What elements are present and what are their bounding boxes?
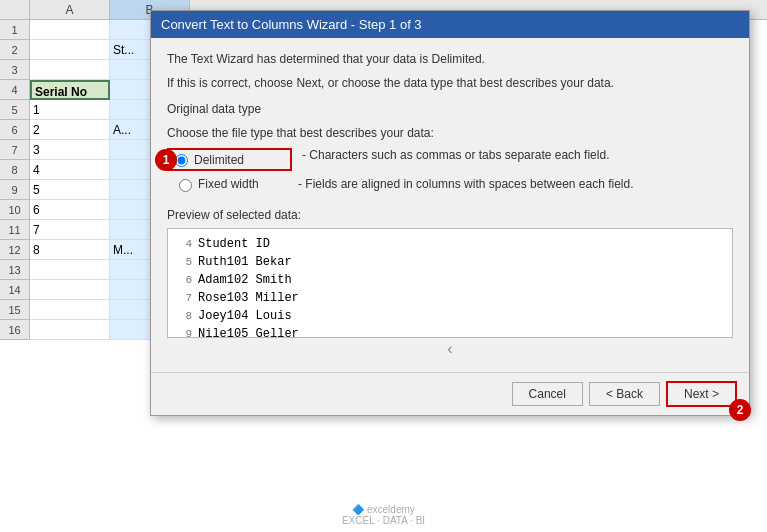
cell-a13[interactable] — [30, 260, 110, 280]
fixed-width-radio[interactable] — [179, 179, 192, 192]
cell-a4[interactable]: Serial No — [30, 80, 110, 100]
row-10: 10 — [0, 200, 30, 220]
cell-a14[interactable] — [30, 280, 110, 300]
file-type-label: Choose the file type that best describes… — [167, 126, 733, 140]
row-15: 15 — [0, 300, 30, 320]
cell-a12[interactable]: 8 — [30, 240, 110, 260]
row-7: 7 — [0, 140, 30, 160]
row-16: 16 — [0, 320, 30, 340]
cell-a6[interactable]: 2 — [30, 120, 110, 140]
delimited-option-row: 1 Delimited - Characters such as commas … — [167, 148, 733, 171]
row-11: 11 — [0, 220, 30, 240]
cell-a5[interactable]: 1 — [30, 100, 110, 120]
dialog-titlebar: Convert Text to Columns Wizard - Step 1 … — [151, 11, 749, 38]
row-1: 1 — [0, 20, 30, 40]
original-data-type-label: Original data type — [167, 102, 733, 116]
cell-a1[interactable] — [30, 20, 110, 40]
row-6: 6 — [0, 120, 30, 140]
cell-a2[interactable] — [30, 40, 110, 60]
cell-a8[interactable]: 4 — [30, 160, 110, 180]
cell-a9[interactable]: 5 — [30, 180, 110, 200]
col-header-a: A — [30, 0, 110, 19]
cancel-button[interactable]: Cancel — [512, 382, 583, 406]
watermark-tagline: EXCEL · DATA · BI — [342, 515, 425, 526]
next-button[interactable]: Next > — [666, 381, 737, 407]
row-14: 14 — [0, 280, 30, 300]
row-13: 13 — [0, 260, 30, 280]
step-2-badge: 2 — [729, 399, 751, 421]
corner-cell — [0, 0, 30, 19]
preview-line-4: 7Rose103 Miller — [176, 289, 724, 307]
dialog: Convert Text to Columns Wizard - Step 1 … — [150, 10, 750, 416]
dialog-body: The Text Wizard has determined that your… — [151, 38, 749, 372]
delimited-desc: - Characters such as commas or tabs sepa… — [302, 148, 609, 162]
preview-label: Preview of selected data: — [167, 208, 733, 222]
file-type-options: 1 Delimited - Characters such as commas … — [167, 148, 733, 192]
cell-a7[interactable]: 3 — [30, 140, 110, 160]
cell-a16[interactable] — [30, 320, 110, 340]
delimited-label: Delimited — [194, 153, 284, 167]
row-3: 3 — [0, 60, 30, 80]
dialog-desc1: The Text Wizard has determined that your… — [167, 50, 733, 68]
cell-a11[interactable]: 7 — [30, 220, 110, 240]
preview-line-5: 8Joey104 Louis — [176, 307, 724, 325]
back-button[interactable]: < Back — [589, 382, 660, 406]
fixed-width-option-row: Fixed width - Fields are aligned in colu… — [167, 177, 733, 192]
row-5: 5 — [0, 100, 30, 120]
delimited-box: Delimited — [167, 148, 292, 171]
dialog-desc2: If this is correct, choose Next, or choo… — [167, 74, 733, 92]
row-2: 2 — [0, 40, 30, 60]
preview-line-3: 6Adam102 Smith — [176, 271, 724, 289]
watermark: 🔷 exceldemy EXCEL · DATA · BI — [342, 504, 425, 526]
fixed-width-desc: - Fields are aligned in columns with spa… — [298, 177, 634, 191]
preview-box[interactable]: 4Student ID 5Ruth101 Bekar 6Adam102 Smit… — [167, 228, 733, 338]
scroll-left-indicator[interactable]: ‹ — [167, 338, 733, 360]
dialog-footer: Cancel < Back Next > 2 — [151, 372, 749, 415]
preview-line-6: 9Nile105 Geller — [176, 325, 724, 338]
row-4: 4 — [0, 80, 30, 100]
row-8: 8 — [0, 160, 30, 180]
preview-line-1: 4Student ID — [176, 235, 724, 253]
row-9: 9 — [0, 180, 30, 200]
cell-a10[interactable]: 6 — [30, 200, 110, 220]
row-headers: 1 2 3 4 5 6 7 8 9 10 11 12 13 14 15 16 — [0, 20, 30, 340]
fixed-width-label: Fixed width — [198, 177, 288, 191]
row-12: 12 — [0, 240, 30, 260]
cell-a15[interactable] — [30, 300, 110, 320]
step-1-badge: 1 — [155, 149, 177, 171]
preview-section: Preview of selected data: 4Student ID 5R… — [167, 208, 733, 360]
watermark-logo: 🔷 exceldemy — [342, 504, 425, 515]
preview-line-2: 5Ruth101 Bekar — [176, 253, 724, 271]
dialog-title: Convert Text to Columns Wizard - Step 1 … — [161, 17, 422, 32]
cell-a3[interactable] — [30, 60, 110, 80]
